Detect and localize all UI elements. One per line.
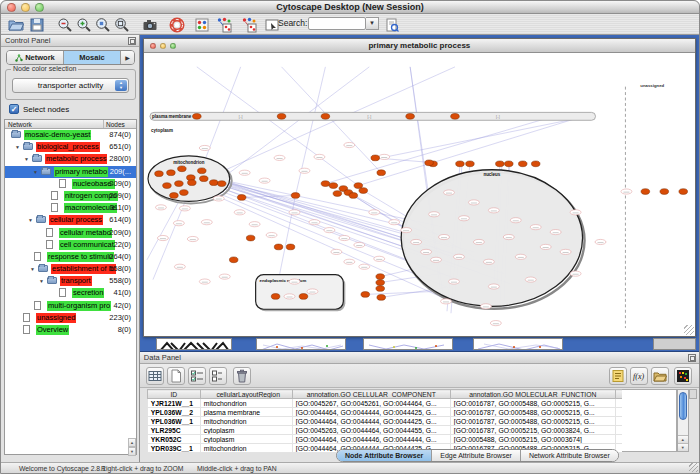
- select-attributes-button[interactable]: [188, 367, 206, 385]
- network-node[interactable]: [349, 193, 358, 199]
- matrix-view-button[interactable]: [674, 367, 692, 385]
- search-options-button[interactable]: [383, 16, 400, 33]
- network-node[interactable]: [641, 189, 650, 195]
- table-cell[interactable]: [GO:0045263, GO:0044464, GO:0044455, G..…: [292, 426, 450, 435]
- network-node[interactable]: [291, 193, 300, 199]
- search-input[interactable]: [308, 17, 366, 30]
- scrollbar-thumb[interactable]: [679, 392, 687, 420]
- table-cell[interactable]: [GO:0016787, GO:0005488, GO:0005215, G..…: [450, 399, 615, 408]
- table-cell[interactable]: [GO:0016787, GO:0005215, GO:0003824, G..…: [450, 426, 615, 435]
- expand-arrow-icon[interactable]: ▼: [33, 166, 38, 178]
- table-scrollbar[interactable]: ▲▼: [677, 389, 689, 452]
- network-window-titlebar[interactable]: primary metabolic process: [144, 39, 695, 53]
- network-node[interactable]: [271, 294, 280, 300]
- zoom-fit-button[interactable]: [113, 16, 130, 33]
- minimized-window-3[interactable]: [473, 338, 563, 350]
- table-cell[interactable]: mitochondrion: [200, 399, 292, 408]
- network-node[interactable]: [376, 274, 385, 280]
- network-node[interactable]: [425, 160, 434, 166]
- float-data-panel-icon[interactable]: [688, 354, 696, 362]
- attribute-grid-button[interactable]: [146, 367, 164, 385]
- app-resize-grip[interactable]: [689, 463, 698, 472]
- attribute-notes-button[interactable]: [609, 367, 627, 385]
- tree-column-network[interactable]: Network: [5, 120, 104, 128]
- network-node[interactable]: [192, 113, 201, 119]
- network-node[interactable]: [660, 189, 669, 195]
- tree-column-nodes[interactable]: Nodes: [104, 120, 136, 128]
- table-cell[interactable]: cytoplasm: [200, 435, 292, 444]
- minimized-window-overview[interactable]: [156, 338, 232, 350]
- tab-edge-attribute-browser[interactable]: Edge Attribute Browser: [432, 450, 521, 461]
- network-node[interactable]: [229, 257, 238, 263]
- window-resize-grip[interactable]: [684, 325, 694, 335]
- table-column-header[interactable]: _cellularLayoutRegion: [200, 390, 292, 399]
- table-row[interactable]: YLR295Ccytoplasm[GO:0045263, GO:0044464,…: [147, 426, 622, 435]
- table-cell[interactable]: mitochondrion: [200, 417, 292, 426]
- tree-row-transport[interactable]: ▼transport558(0): [5, 275, 136, 287]
- tree-row-unassigned[interactable]: unassigned223(0): [5, 312, 136, 324]
- table-cell[interactable]: YPL036W__2: [147, 408, 200, 417]
- expand-arrow-icon[interactable]: ▼: [30, 263, 35, 275]
- zoom-out-button[interactable]: [56, 16, 73, 33]
- snapshot-button[interactable]: [141, 16, 158, 33]
- network-node[interactable]: [504, 161, 513, 167]
- network-node[interactable]: [277, 113, 286, 119]
- network-node[interactable]: [455, 161, 464, 167]
- window-titlebar[interactable]: Cytoscape Desktop (New Session): [1, 1, 699, 14]
- tree-row-overview[interactable]: Overview8(0): [5, 324, 136, 336]
- tree-row-cellular-metabo[interactable]: cellular metabo209(0): [5, 227, 136, 239]
- tree-row-nitrogen-compo[interactable]: nitrogen compo209(0): [5, 190, 136, 202]
- table-cell[interactable]: [GO:0016787, GO:0005488, GO:0005215, G..…: [450, 408, 615, 417]
- tree-row-secretion[interactable]: secretion41(0): [5, 287, 136, 299]
- node-color-dropdown[interactable]: transporter activity ▲▼: [12, 78, 129, 93]
- network-node[interactable]: [518, 161, 527, 167]
- table-cell[interactable]: YPL036W__1: [147, 417, 200, 426]
- save-session-button[interactable]: [28, 16, 45, 33]
- network-node[interactable]: [321, 181, 330, 187]
- network-canvas[interactable]: plasma membranecytoplasmmitochondrionnuc…: [145, 54, 694, 335]
- table-cell[interactable]: [GO:0044464, GO:0044444, GO:0044425, G..…: [292, 408, 450, 417]
- scroll-up-icon[interactable]: ▲: [678, 435, 688, 443]
- formula-button[interactable]: f(x): [630, 367, 648, 385]
- float-panel-icon[interactable]: [128, 37, 136, 45]
- expand-arrow-icon[interactable]: ▼: [24, 153, 29, 165]
- network-node[interactable]: [333, 191, 342, 197]
- network-node[interactable]: [166, 170, 175, 176]
- network-node[interactable]: [177, 166, 186, 172]
- select-nodes-checkbox[interactable]: ✓: [9, 104, 19, 114]
- expand-arrow-icon[interactable]: ▼: [39, 275, 44, 287]
- network-node[interactable]: [179, 190, 188, 196]
- expand-arrow-icon[interactable]: ▼: [28, 214, 33, 226]
- table-cell[interactable]: [GO:0044464, GO:0044444, GO:0044425, G..…: [292, 417, 450, 426]
- network-node[interactable]: [246, 235, 255, 241]
- minimized-window-4[interactable]: [653, 338, 696, 350]
- table-row[interactable]: YPL036W__1mitochondrion[GO:0044464, GO:0…: [147, 417, 622, 426]
- table-cell[interactable]: [GO:0005488, GO:0005215, GO:0003674]: [450, 435, 615, 444]
- table-cell[interactable]: YDR039C__1: [147, 444, 200, 453]
- tree-row-primary-metabo[interactable]: ▼primary metabo209(...: [5, 166, 136, 178]
- network-node[interactable]: [371, 155, 380, 161]
- network-window[interactable]: primary metabolic process plasma membran…: [143, 38, 696, 337]
- network-node[interactable]: [237, 195, 246, 201]
- network-node[interactable]: [329, 183, 338, 189]
- table-column-header[interactable]: ID: [147, 390, 200, 399]
- network-node[interactable]: [679, 189, 688, 195]
- network-node[interactable]: [406, 113, 415, 119]
- help-button[interactable]: [168, 16, 185, 33]
- network-node[interactable]: [354, 183, 363, 189]
- table-cell[interactable]: YJR121W__1: [147, 399, 200, 408]
- minimized-window-2[interactable]: [363, 338, 453, 350]
- network-node[interactable]: [495, 161, 504, 167]
- table-cell[interactable]: [GO:0045267, GO:0045261, GO:0044464, G..…: [292, 399, 450, 408]
- tab-network[interactable]: Network: [7, 51, 64, 64]
- tree-row-metabolic-process[interactable]: ▼metabolic process280(0): [5, 153, 136, 165]
- tree-row-macromolecule[interactable]: macromolecule311(0): [5, 202, 136, 214]
- table-cell[interactable]: [GO:0016787, GO:0005488, GO:0005215, G..…: [450, 417, 615, 426]
- layout-network-button[interactable]: [239, 16, 259, 33]
- tab-node-attribute-browser[interactable]: Node Attribute Browser: [337, 450, 432, 461]
- table-cell[interactable]: cytoplasm: [200, 426, 292, 435]
- network-node[interactable]: [154, 171, 163, 177]
- network-node[interactable]: [359, 188, 368, 194]
- tree-row-mosaic-demo-yeast[interactable]: mosaic-demo-yeast874(0): [5, 129, 136, 141]
- tree-row-nucleobase-[interactable]: nucleobase-209(0): [5, 178, 136, 190]
